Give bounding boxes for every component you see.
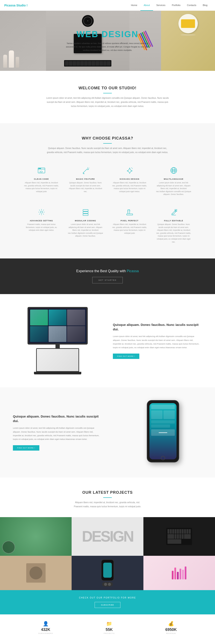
svg-rect-21 — [127, 214, 133, 215]
feature-title: CLEAN CODE — [24, 178, 59, 180]
feature-desc: Aliquam libero nisl, imperdiet at, tinci… — [112, 182, 147, 193]
stat-icon-1: 👤 — [38, 621, 53, 626]
nav-link-contacts[interactable]: Contacts — [184, 0, 199, 11]
showcase-image-1 — [13, 307, 102, 374]
feature-desc: Quisque aliquam. Donec faucibus. Nunc ia… — [156, 223, 191, 244]
cta-dark-section: Experience the Best Quality with Picassa… — [0, 258, 215, 294]
hero-desc: Tantas equidem urbanitas an has. Eam id … — [62, 42, 153, 52]
projects-title: OUR LATEST PROJECTS — [22, 490, 193, 495]
feature-desc: Quisque aliquam. Donec faucibus. Nunc ia… — [68, 182, 103, 193]
showcase-title-2: Quisque aliquam. Donec faucibus. Nunc ia… — [13, 414, 102, 423]
portfolio-cta-text: CHECK OUT OUR PORTFOLIO FOR MORE — [7, 596, 208, 599]
welcome-section: WELCOME TO OUR STUDIO! Lorem ipsum dolor… — [0, 71, 215, 123]
svg-point-17 — [40, 211, 43, 213]
why-section: WHY CHOOSE PICASSA? Quisque aliquam. Don… — [0, 123, 215, 258]
get-started-button[interactable]: GET STARTED — [92, 277, 123, 283]
feature-desc: Aliquam libero nisl, imperdiet at, tinci… — [24, 182, 59, 193]
feature-magic: MAGIC FEATURE Quisque aliquam. Donec fau… — [66, 163, 105, 198]
feature-title: MODULAR CODING — [68, 220, 103, 222]
feature-clean-code: CLEAN CODE Aliquam libero nisl, imperdie… — [22, 163, 61, 198]
feature-title: MULTILANGUAGE — [156, 178, 191, 180]
feature-editable: FULLY EDITABLE Quisque aliquam. Donec fa… — [154, 204, 193, 246]
project-item-5[interactable] — [72, 556, 143, 590]
hero-title: WEB DESIGN — [62, 30, 153, 39]
showcase-text-2: Lorem ipsum dolor sit amet, test link ad… — [13, 426, 102, 441]
feature-title: KICKASS DESIGN — [112, 178, 147, 180]
showcase-text-1: Lorem ipsum dolor sit amet, test link ad… — [113, 334, 202, 349]
svg-rect-18 — [83, 210, 88, 211]
showcase-title-1: Quisque aliquam. Donec faucibus. Nunc ia… — [113, 322, 202, 332]
showcase-section-1: Quisque aliquam. Donec faucibus. Nunc ia… — [0, 294, 215, 387]
stat-number-2: 55K — [104, 628, 115, 632]
svg-point-4 — [40, 168, 41, 169]
stat-label-2: PROJECTS — [104, 632, 115, 634]
feature-desc: Lorem ipsum dolor sit amet, test link ad… — [68, 223, 103, 238]
hero-section: ✦ — [0, 11, 215, 71]
feature-desc: Aliquam libero nisl, imperdiet at, tinci… — [112, 223, 147, 235]
svg-line-5 — [83, 169, 87, 173]
stat-label-3: REVENUE — [165, 632, 177, 634]
why-title: WHY CHOOSE PICASSA? — [22, 136, 193, 140]
portfolio-cta-section: CHECK OUT OUR PORTFOLIO FOR MORE SUBSCRI… — [0, 590, 215, 614]
welcome-text: Lorem ipsum dolor sit amet, test link ad… — [45, 96, 170, 108]
feature-title: ADVANCED SETTING — [24, 220, 59, 222]
svg-rect-19 — [83, 212, 88, 214]
project-item-4[interactable] — [0, 556, 72, 590]
feature-multi: MULTILANGUAGE Lorem ipsum dolor sit amet… — [154, 163, 193, 198]
stat-item-3: 💰 6950K REVENUE — [165, 621, 177, 634]
feature-desc: Praesent mattis, massa quis luctus ferme… — [24, 223, 59, 232]
cta-text: Experience the Best Quality with Picassa — [11, 269, 204, 273]
find-out-more-2-button[interactable]: FIND OUT MORE ! — [13, 445, 39, 450]
nav-logo[interactable]: Picassa Studio ! — [4, 4, 28, 7]
feature-pixel: PIXEL PERFECT Aliquam libero nisl, imper… — [110, 204, 149, 246]
stat-number-3: 6950K — [165, 628, 177, 632]
feature-kickass: KICKASS DESIGN Aliquam libero nisl, impe… — [110, 163, 149, 198]
project-item-2[interactable]: DESIGN — [72, 517, 143, 556]
svg-line-11 — [132, 168, 132, 168]
nav-link-home[interactable]: Home — [128, 0, 140, 11]
feature-advanced: ADVANCED SETTING Praesent mattis, massa … — [22, 204, 61, 246]
svg-point-3 — [39, 168, 40, 169]
projects-subtitle: Aliquam libero nisl, imperdiet at, tinci… — [22, 500, 193, 508]
stat-item-1: 👤 432K SUBSCRIBERS — [38, 621, 53, 634]
project-item-3[interactable] — [143, 517, 215, 556]
feature-desc: Lorem ipsum dolor sit amet, test link ad… — [156, 182, 191, 196]
project-item-6[interactable] — [143, 556, 215, 590]
showcase-section-2: Quisque aliquam. Donec faucibus. Nunc ia… — [0, 387, 215, 478]
nav-links: Home About Services Portfolio Contacts B… — [128, 0, 211, 11]
find-out-more-1-button[interactable]: FIND OUT MORE ! — [113, 354, 139, 359]
stat-icon-2: 📁 — [104, 621, 115, 626]
why-text: Quisque aliquam. Donec faucibus. Nunc ia… — [45, 146, 170, 154]
stat-label-1: SUBSCRIBERS — [38, 632, 53, 634]
svg-marker-10 — [83, 173, 84, 174]
svg-point-2 — [39, 168, 39, 169]
nav-link-blog[interactable]: Blog — [199, 0, 211, 11]
projects-section: OUR LATEST PROJECTS Aliquam libero nisl,… — [0, 478, 215, 614]
features-row-1: CLEAN CODE Aliquam libero nisl, imperdie… — [22, 163, 193, 198]
stat-icon-3: 💰 — [165, 621, 177, 626]
welcome-title: WELCOME TO OUR STUDIO! — [26, 86, 189, 90]
showcase-content-2: Quisque aliquam. Donec faucibus. Nunc ia… — [13, 414, 102, 450]
feature-modular: MODULAR CODING Lorem ipsum dolor sit ame… — [66, 204, 105, 246]
showcase-image-2 — [113, 400, 202, 464]
showcase-content-1: Quisque aliquam. Donec faucibus. Nunc ia… — [113, 322, 202, 359]
stats-section: 👤 432K SUBSCRIBERS 📁 55K PROJECTS 💰 6950… — [0, 614, 215, 641]
project-item-1[interactable] — [0, 517, 72, 556]
feature-title: MAGIC FEATURE — [68, 178, 103, 180]
features-row-2: ADVANCED SETTING Praesent mattis, massa … — [22, 204, 193, 246]
nav-link-about[interactable]: About — [140, 0, 153, 11]
nav-link-portfolio[interactable]: Portfolio — [168, 0, 184, 11]
nav-link-services[interactable]: Services — [153, 0, 168, 11]
svg-rect-20 — [83, 214, 88, 216]
feature-title: FULLY EDITABLE — [156, 220, 191, 222]
feature-title: PIXEL PERFECT — [112, 220, 147, 222]
subscribe-button[interactable]: SUBSCRIBE — [95, 602, 120, 608]
svg-line-8 — [89, 168, 89, 168]
hero-text-overlay: WEB DESIGN Tantas equidem urbanitas an h… — [62, 30, 153, 52]
stat-number-1: 432K — [38, 628, 53, 632]
navbar: Picassa Studio ! Home About Services Por… — [0, 0, 215, 11]
projects-grid: DESIGN — [0, 517, 215, 590]
stat-item-2: 📁 55K PROJECTS — [104, 621, 115, 634]
